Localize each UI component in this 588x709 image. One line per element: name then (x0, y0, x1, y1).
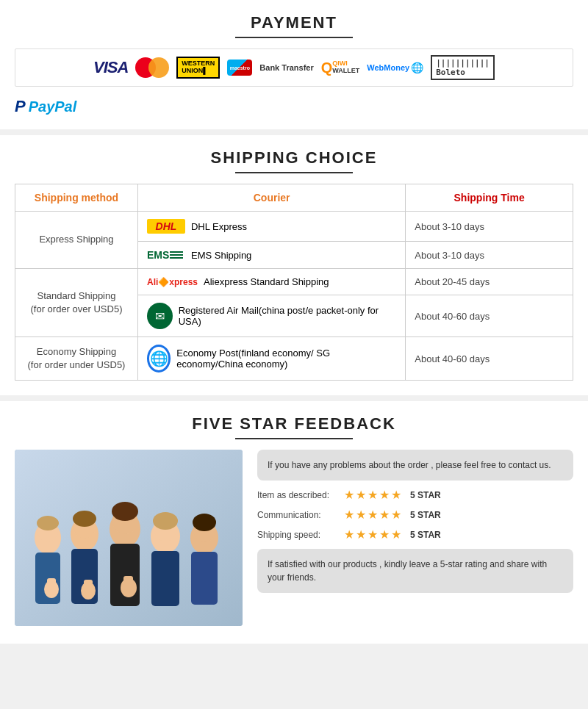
feedback-content: If you have any problems about the order… (15, 450, 573, 626)
svg-rect-27 (123, 576, 133, 590)
feedback-section: FIVE STAR FEEDBACK (0, 401, 588, 644)
ems-courier: EMS EMS Shipping (147, 249, 396, 261)
star-4: ★ (379, 528, 390, 541)
dhl-logo: DHL (147, 219, 185, 234)
people-svg (15, 450, 243, 626)
webmoney-logo: WebMoney 🌐 (367, 62, 423, 73)
star-3: ★ (368, 508, 378, 522)
rating-label-comm: Communication: (257, 510, 338, 520)
star-5: ★ (391, 508, 401, 522)
payment-title: PAYMENT (15, 13, 573, 32)
airmail-courier-cell: ✉ Registered Air Mail(china post/e packe… (137, 295, 405, 337)
boleto-logo: |||||||||||Boleto (431, 55, 495, 80)
star-1: ★ (344, 508, 354, 522)
ali-courier-cell: Ali🔶xpress Aliexpress Standard Shipping (137, 269, 405, 295)
ratings-block: Item as described: ★ ★ ★ ★ ★ 5 STAR Comm… (257, 488, 573, 541)
standard-method: Standard Shipping(for order over USD5) (15, 269, 138, 337)
feedback-underline (235, 438, 353, 439)
svg-point-9 (73, 511, 96, 527)
shipping-section: SHIPPING CHOICE Shipping method Courier … (0, 135, 588, 395)
bank-transfer-logo: Bank Transfer (259, 63, 313, 72)
aliexpress-logo: Ali🔶xpress (147, 277, 198, 287)
svg-rect-19 (191, 552, 218, 605)
star-1: ★ (344, 528, 354, 541)
rating-label-item: Item as described: (257, 490, 338, 500)
rating-row-ship: Shipping speed: ★ ★ ★ ★ ★ 5 STAR (257, 528, 573, 541)
ali-label: Aliexpress Standard Shipping (204, 276, 329, 287)
star-2: ★ (356, 508, 366, 522)
economy-courier-cell: 🌐 Economy Post(finland economy/ SG econo… (137, 337, 405, 381)
top-speech-bubble: If you have any problems about the order… (257, 450, 573, 481)
col-time: Shipping Time (406, 184, 573, 212)
economy-time: About 40-60 days (406, 337, 573, 381)
star-1: ★ (344, 488, 354, 502)
airmail-label: Registered Air Mail(china post/e packet-… (179, 305, 397, 327)
stars-ship: ★ ★ ★ ★ ★ (344, 528, 401, 541)
paypal-p-icon: P (15, 97, 26, 116)
svg-point-17 (153, 512, 178, 530)
economy-label: Economy Post(finland economy/ SG economy… (176, 348, 396, 370)
airmail-courier: ✉ Registered Air Mail(china post/e packe… (147, 303, 396, 329)
stars-comm: ★ ★ ★ ★ ★ (344, 508, 401, 522)
svg-point-5 (37, 516, 59, 530)
svg-point-21 (193, 514, 216, 531)
table-row: Standard Shipping(for order over USD5) A… (15, 269, 573, 295)
star-5: ★ (391, 528, 401, 541)
mastercard-logo (135, 57, 169, 78)
ali-time: About 20-45 days (406, 269, 573, 295)
people-image (15, 450, 243, 626)
western-union-logo: WESTERNUNION▌ (176, 57, 220, 79)
svg-rect-25 (84, 580, 93, 593)
shipping-underline (235, 172, 353, 173)
mc-orange-circle (148, 57, 169, 78)
ali-courier: Ali🔶xpress Aliexpress Standard Shipping (147, 276, 396, 287)
star-3: ★ (368, 528, 378, 541)
star-3: ★ (368, 488, 378, 502)
svg-point-13 (112, 502, 138, 521)
svg-rect-11 (110, 544, 140, 606)
star-badge-ship: 5 STAR (410, 530, 441, 540)
star-4: ★ (379, 488, 390, 502)
star-2: ★ (356, 488, 366, 502)
ems-logo: EMS (147, 249, 185, 261)
col-method: Shipping method (15, 184, 138, 212)
qiwi-logo: Q QIWI WALLET (321, 60, 360, 76)
title-underline (235, 37, 353, 38)
ems-lines-icon (170, 251, 183, 259)
ems-label: EMS Shipping (191, 250, 251, 261)
payment-logos-row: VISA WESTERNUNION▌ maestro Bank Transfer… (15, 48, 573, 87)
shipping-table: Shipping method Courier Shipping Time Ex… (15, 184, 573, 381)
table-row: Express Shipping DHL DHL Express About 3… (15, 212, 573, 242)
ems-courier-cell: EMS EMS Shipping (137, 242, 405, 269)
economy-logo: 🌐 (147, 345, 171, 373)
webmoney-globe-icon: 🌐 (411, 62, 423, 73)
express-method: Express Shipping (15, 212, 138, 269)
rating-row-comm: Communication: ★ ★ ★ ★ ★ 5 STAR (257, 508, 573, 522)
star-5: ★ (391, 488, 401, 502)
star-badge-item: 5 STAR (410, 490, 441, 500)
dhl-courier: DHL DHL Express (147, 219, 396, 234)
shipping-title: SHIPPING CHOICE (15, 148, 573, 168)
rating-row-item: Item as described: ★ ★ ★ ★ ★ 5 STAR (257, 488, 573, 502)
dhl-label: DHL Express (191, 221, 247, 232)
maestro-logo: maestro (227, 60, 252, 76)
svg-rect-15 (151, 551, 179, 606)
col-courier: Courier (137, 184, 405, 212)
payment-section: PAYMENT VISA WESTERNUNION▌ maestro Bank … (0, 0, 588, 129)
bottom-speech-bubble: If satisfied with our products , kindly … (257, 549, 573, 593)
top-speech-text: If you have any problems about the order… (268, 460, 551, 470)
airmail-time: About 40-60 days (406, 295, 573, 337)
rating-label-ship: Shipping speed: (257, 530, 338, 540)
economy-courier: 🌐 Economy Post(finland economy/ SG econo… (147, 345, 396, 373)
feedback-right-panel: If you have any problems about the order… (257, 450, 573, 593)
economy-method: Economy Shipping(for order under USD5) (15, 337, 138, 381)
feedback-title: FIVE STAR FEEDBACK (15, 414, 573, 433)
airmail-logo: ✉ (147, 303, 173, 329)
star-4: ★ (379, 508, 390, 522)
svg-rect-23 (47, 578, 56, 591)
paypal-label: PayPal (29, 98, 77, 115)
star-2: ★ (356, 528, 366, 541)
stars-item: ★ ★ ★ ★ ★ (344, 488, 401, 502)
table-row: Economy Shipping(for order under USD5) 🌐… (15, 337, 573, 381)
visa-logo: VISA (93, 58, 128, 77)
